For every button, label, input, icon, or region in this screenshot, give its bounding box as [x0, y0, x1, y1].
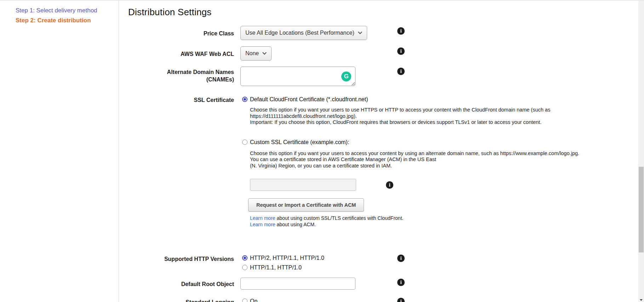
default-root-object-label: Default Root Object: [119, 278, 234, 288]
create-distribution-page: Step 1: Select delivery method Step 2: C…: [0, 0, 644, 302]
waf-row: AWS WAF Web ACL None: [119, 46, 544, 61]
http-versions-label: Supported HTTP Versions: [119, 255, 234, 263]
price-class-selected-value: Use All Edge Locations (Best Performance…: [245, 30, 354, 36]
acm-certificate-input[interactable]: [250, 179, 356, 191]
waf-select[interactable]: None: [240, 46, 272, 61]
chevron-down-icon: [358, 32, 362, 34]
radio-logging-on[interactable]: [242, 298, 247, 302]
sidebar-item-step1[interactable]: Step 1: Select delivery method: [16, 7, 97, 14]
default-certificate-option-label: Default CloudFront Certificate (*.cloudf…: [250, 96, 368, 103]
scrollbar[interactable]: [638, 0, 644, 302]
scrollbar-thumb[interactable]: [639, 167, 644, 252]
http11-option: HTTP/1.1, HTTP/1.0: [240, 264, 324, 271]
http2-option: HTTP/2, HTTP/1.1, HTTP/1.0: [240, 255, 324, 261]
info-icon-certificate[interactable]: i: [386, 181, 393, 189]
default-root-object-row: Default Root Object: [119, 278, 544, 290]
ssl-certificate-section: SSL Certificate Default CloudFront Certi…: [119, 96, 544, 228]
price-class-label: Price Class: [119, 26, 234, 37]
http11-option-label: HTTP/1.1, HTTP/1.0: [250, 264, 302, 271]
custom-certificate-option-label: Custom SSL Certificate (example.com):: [250, 139, 349, 146]
waf-selected-value: None: [245, 50, 259, 57]
learn-more-links: Learn more about using custom SSL/TLS ce…: [250, 215, 579, 228]
cnames-row: Alternate Domain Names (CNAMEs) G: [119, 67, 544, 86]
cnames-textarea[interactable]: [240, 67, 355, 86]
logging-on-option: On: [240, 298, 257, 302]
cnames-label: Alternate Domain Names (CNAMEs): [119, 67, 234, 83]
price-class-row: Price Class Use All Edge Locations (Best…: [119, 26, 544, 40]
page-title: Distribution Settings: [128, 7, 211, 18]
certificate-input-row: i: [250, 179, 579, 191]
waf-label: AWS WAF Web ACL: [119, 46, 234, 58]
radio-default-cloudfront-certificate[interactable]: [242, 97, 247, 102]
ssl-certificate-label: SSL Certificate: [119, 96, 234, 104]
info-icon-http-versions[interactable]: i: [397, 255, 405, 262]
chevron-down-icon: [262, 52, 267, 55]
default-certificate-description: Choose this option if you want your user…: [250, 107, 579, 126]
ssl-default-option: Default CloudFront Certificate (*.cloudf…: [240, 96, 579, 103]
price-class-select[interactable]: Use All Edge Locations (Best Performance…: [240, 26, 367, 40]
wizard-steps-sidebar: Step 1: Select delivery method Step 2: C…: [0, 0, 119, 302]
logging-on-label: On: [250, 298, 257, 302]
request-acm-certificate-button[interactable]: Request or Import a Certificate with ACM: [248, 198, 364, 212]
standard-logging-row: Standard Logging On: [119, 298, 544, 302]
ssl-custom-option: Custom SSL Certificate (example.com):: [240, 139, 579, 146]
info-icon-cnames[interactable]: i: [397, 68, 405, 75]
default-root-object-input[interactable]: [240, 278, 355, 290]
radio-http2[interactable]: [242, 255, 247, 261]
http-versions-row: Supported HTTP Versions HTTP/2, HTTP/1.1…: [119, 255, 544, 271]
learn-more-ssl-link[interactable]: Learn more: [250, 215, 275, 221]
radio-custom-ssl-certificate[interactable]: [242, 139, 247, 145]
info-icon-default-root-object[interactable]: i: [397, 279, 405, 286]
custom-certificate-description: Choose this option if you want your user…: [250, 150, 579, 169]
info-icon-price-class[interactable]: i: [397, 27, 405, 35]
radio-http11[interactable]: [242, 265, 247, 270]
standard-logging-label: Standard Logging: [119, 298, 234, 302]
grammarly-icon[interactable]: G: [341, 72, 351, 81]
sidebar-item-step2-current: Step 2: Create distribution: [16, 17, 91, 24]
info-icon-waf[interactable]: i: [397, 47, 405, 55]
scrollbar-down-button[interactable]: [638, 297, 644, 302]
learn-more-acm-link[interactable]: Learn more: [250, 222, 275, 227]
http2-option-label: HTTP/2, HTTP/1.1, HTTP/1.0: [250, 255, 324, 261]
distribution-settings-panel: Distribution Settings Price Class Use Al…: [119, 0, 638, 302]
